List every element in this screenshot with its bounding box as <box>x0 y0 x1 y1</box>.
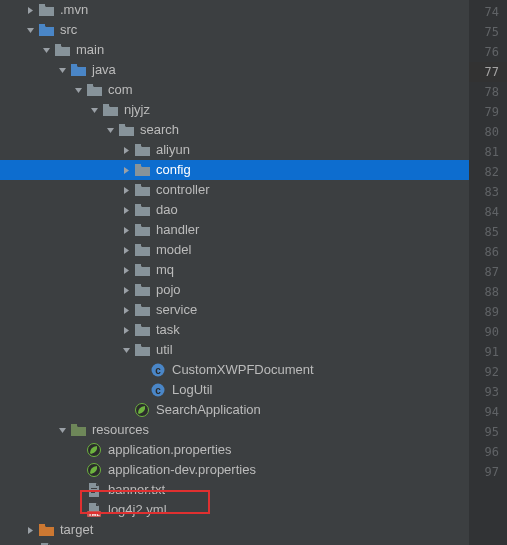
chevron-right-icon[interactable] <box>120 284 132 296</box>
svg-rect-31 <box>39 524 45 527</box>
gutter-line-number: 82 <box>469 162 507 182</box>
chevron-right-icon[interactable] <box>120 184 132 196</box>
svg-rect-27 <box>91 490 97 491</box>
svg-rect-8 <box>135 164 141 167</box>
tree-item-label: model <box>156 240 191 260</box>
folder-icon <box>54 42 70 58</box>
tree-row[interactable]: java <box>0 60 469 80</box>
tree-row[interactable]: pojo <box>0 280 469 300</box>
gutter-line-number: 89 <box>469 302 507 322</box>
svg-rect-16 <box>135 324 141 327</box>
chevron-right-icon[interactable] <box>120 304 132 316</box>
svg-rect-11 <box>135 224 141 227</box>
tree-row[interactable]: application-dev.properties <box>0 460 469 480</box>
svg-rect-5 <box>103 104 109 107</box>
svg-text:YML: YML <box>88 511 100 517</box>
gutter-line-number: 78 <box>469 82 507 102</box>
svg-rect-23 <box>71 424 77 427</box>
chevron-right-icon[interactable] <box>120 244 132 256</box>
tree-row[interactable]: com <box>0 80 469 100</box>
tree-row[interactable]: task <box>0 320 469 340</box>
tree-row[interactable]: config <box>0 160 469 180</box>
folder-icon <box>38 22 54 38</box>
gutter-line-number: 81 <box>469 142 507 162</box>
chevron-down-icon[interactable] <box>72 84 84 96</box>
chevron-right-icon[interactable] <box>120 204 132 216</box>
tree-row[interactable]: cCustomXWPFDocument <box>0 360 469 380</box>
folder-icon <box>38 522 54 538</box>
project-tree[interactable]: .mvnsrcmainjavacomnjyjzsearchaliyunconfi… <box>0 0 469 545</box>
tree-row[interactable]: model <box>0 240 469 260</box>
svg-rect-4 <box>87 84 93 87</box>
tree-row[interactable]: target <box>0 520 469 540</box>
tree-row[interactable]: YMLlog4j2.yml <box>0 500 469 520</box>
tree-row[interactable]: njyjz <box>0 100 469 120</box>
gutter-line-number: 88 <box>469 282 507 302</box>
chevron-right-icon[interactable] <box>120 224 132 236</box>
tree-row[interactable]: mq <box>0 260 469 280</box>
gutter-line-number: 97 <box>469 462 507 482</box>
tree-row[interactable]: .mvn <box>0 0 469 20</box>
tree-row[interactable]: banner.txt <box>0 480 469 500</box>
folder-icon <box>134 222 150 238</box>
svg-rect-13 <box>135 264 141 267</box>
chevron-down-icon[interactable] <box>24 24 36 36</box>
tree-item-label: aliyun <box>156 140 190 160</box>
tree-row[interactable]: search <box>0 120 469 140</box>
tree-item-label: search <box>140 120 179 140</box>
spring-icon <box>134 402 150 418</box>
tree-item-label: banner.txt <box>108 480 165 500</box>
gutter-line-number: 74 <box>469 2 507 22</box>
gutter-line-number: 86 <box>469 242 507 262</box>
chevron-down-icon[interactable] <box>104 124 116 136</box>
chevron-right-icon[interactable] <box>120 324 132 336</box>
tree-row[interactable]: util <box>0 340 469 360</box>
tree-row[interactable]: src <box>0 20 469 40</box>
chevron-down-icon[interactable] <box>40 44 52 56</box>
tree-item-label: config <box>156 160 191 180</box>
tree-row[interactable]: dao <box>0 200 469 220</box>
svg-rect-12 <box>135 244 141 247</box>
tree-row[interactable]: main <box>0 40 469 60</box>
gutter-line-number: 94 <box>469 402 507 422</box>
tree-row[interactable]: service <box>0 300 469 320</box>
tree-row[interactable]: handler <box>0 220 469 240</box>
tree-item-label: src <box>60 20 77 40</box>
svg-rect-28 <box>91 492 95 493</box>
tree-item-label: pojo <box>156 280 181 300</box>
chevron-right-icon[interactable] <box>24 524 36 536</box>
chevron-right-icon[interactable] <box>120 164 132 176</box>
chevron-down-icon[interactable] <box>56 64 68 76</box>
tree-item-label: target <box>60 520 93 540</box>
tree-row[interactable]: SearchApplication <box>0 400 469 420</box>
chevron-right-icon[interactable] <box>120 144 132 156</box>
chevron-right-icon[interactable] <box>24 4 36 16</box>
svg-rect-7 <box>135 144 141 147</box>
tree-row[interactable]: cLogUtil <box>0 380 469 400</box>
gutter-line-number: 75 <box>469 22 507 42</box>
tree-item-label: util <box>156 340 173 360</box>
gutter-line-number: 84 <box>469 202 507 222</box>
svg-rect-15 <box>135 304 141 307</box>
gutter-line-number: 90 <box>469 322 507 342</box>
tree-row[interactable]: application.properties <box>0 440 469 460</box>
folder-icon <box>134 202 150 218</box>
gutter-line-number: 76 <box>469 42 507 62</box>
spring-icon <box>86 442 102 458</box>
chevron-down-icon[interactable] <box>56 424 68 436</box>
tree-item-label: application.properties <box>108 440 232 460</box>
svg-rect-17 <box>135 344 141 347</box>
svg-rect-6 <box>119 124 125 127</box>
chevron-down-icon[interactable] <box>120 344 132 356</box>
chevron-right-icon[interactable] <box>120 264 132 276</box>
tree-row[interactable]: controller <box>0 180 469 200</box>
svg-rect-9 <box>135 184 141 187</box>
editor-gutter: 7475767778798081828384858687888990919293… <box>469 0 507 545</box>
tree-row[interactable]: pom.xml <box>0 540 469 545</box>
tree-item-label: com <box>108 80 133 100</box>
tree-row[interactable]: resources <box>0 420 469 440</box>
chevron-down-icon[interactable] <box>88 104 100 116</box>
gutter-line-number: 93 <box>469 382 507 402</box>
folder-icon <box>70 62 86 78</box>
tree-row[interactable]: aliyun <box>0 140 469 160</box>
